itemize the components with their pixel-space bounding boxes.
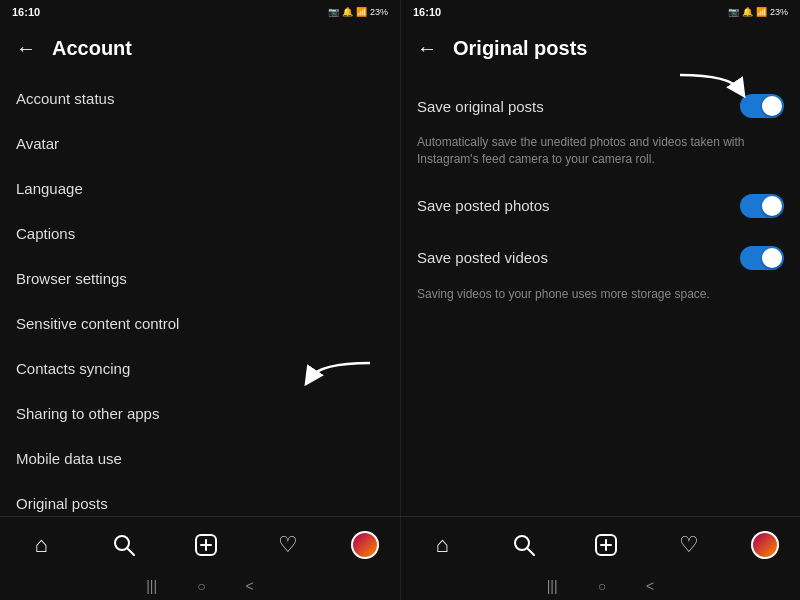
save-original-posts-desc: Automatically save the unedited photos a…: [401, 132, 800, 180]
left-bottom-nav: ⌂ ♡: [0, 516, 400, 572]
left-back-button[interactable]: ←: [16, 37, 36, 60]
right-android-nav: ||| ○ <: [401, 572, 800, 600]
save-posted-photos-label: Save posted photos: [417, 197, 550, 214]
left-menu-list: Account status Avatar Language Captions …: [0, 72, 400, 516]
menu-item-avatar[interactable]: Avatar: [0, 121, 400, 166]
right-page-title: Original posts: [453, 37, 587, 60]
save-posted-photos-row: Save posted photos: [401, 180, 800, 232]
menu-item-language[interactable]: Language: [0, 166, 400, 211]
left-nav-search[interactable]: [104, 525, 144, 565]
left-nav-profile[interactable]: [351, 531, 379, 559]
left-page-title: Account: [52, 37, 132, 60]
right-back-button[interactable]: ←: [417, 37, 437, 60]
right-status-bar: 16:10 📷 🔔 📶 23%: [401, 0, 800, 24]
left-nav-home[interactable]: ⌂: [21, 525, 61, 565]
right-settings-content: Save original posts Automatically save t…: [401, 72, 800, 516]
save-original-posts-label: Save original posts: [417, 98, 544, 115]
left-status-icons: 📷 🔔 📶 23%: [328, 7, 388, 17]
right-bottom-nav: ⌂ ♡: [401, 516, 800, 572]
left-nav-add[interactable]: [186, 525, 226, 565]
save-posted-videos-row: Save posted videos: [401, 232, 800, 284]
left-nav-likes[interactable]: ♡: [268, 525, 308, 565]
right-top-bar: ← Original posts: [401, 24, 800, 72]
save-posted-videos-label: Save posted videos: [417, 249, 548, 266]
save-posted-photos-toggle[interactable]: [740, 194, 784, 218]
right-nav-add[interactable]: [586, 525, 626, 565]
right-status-time: 16:10: [413, 6, 441, 18]
menu-item-original-posts[interactable]: Original posts: [0, 481, 400, 516]
right-phone-panel: 16:10 📷 🔔 📶 23% ← Original posts Save or…: [400, 0, 800, 600]
menu-item-account-status[interactable]: Account status: [0, 76, 400, 121]
menu-item-sensitive-content[interactable]: Sensitive content control: [0, 301, 400, 346]
save-posted-videos-toggle[interactable]: [740, 246, 784, 270]
right-nav-profile[interactable]: [751, 531, 779, 559]
right-status-icons: 📷 🔔 📶 23%: [728, 7, 788, 17]
save-original-posts-toggle[interactable]: [740, 94, 784, 118]
right-nav-likes[interactable]: ♡: [669, 525, 709, 565]
svg-line-1: [127, 548, 134, 555]
left-top-bar: ← Account: [0, 24, 400, 72]
save-original-posts-row: Save original posts: [401, 80, 800, 132]
left-android-nav: ||| ○ <: [0, 572, 400, 600]
left-phone-panel: 16:10 📷 🔔 📶 23% ← Account Account status…: [0, 0, 400, 600]
menu-item-contacts-syncing[interactable]: Contacts syncing: [0, 346, 400, 391]
menu-item-browser-settings[interactable]: Browser settings: [0, 256, 400, 301]
left-status-bar: 16:10 📷 🔔 📶 23%: [0, 0, 400, 24]
menu-item-captions[interactable]: Captions: [0, 211, 400, 256]
save-posted-videos-desc: Saving videos to your phone uses more st…: [401, 284, 800, 315]
left-status-time: 16:10: [12, 6, 40, 18]
svg-line-7: [527, 548, 534, 555]
right-nav-home[interactable]: ⌂: [422, 525, 462, 565]
right-nav-search[interactable]: [504, 525, 544, 565]
menu-item-sharing[interactable]: Sharing to other apps: [0, 391, 400, 436]
menu-item-mobile-data[interactable]: Mobile data use: [0, 436, 400, 481]
